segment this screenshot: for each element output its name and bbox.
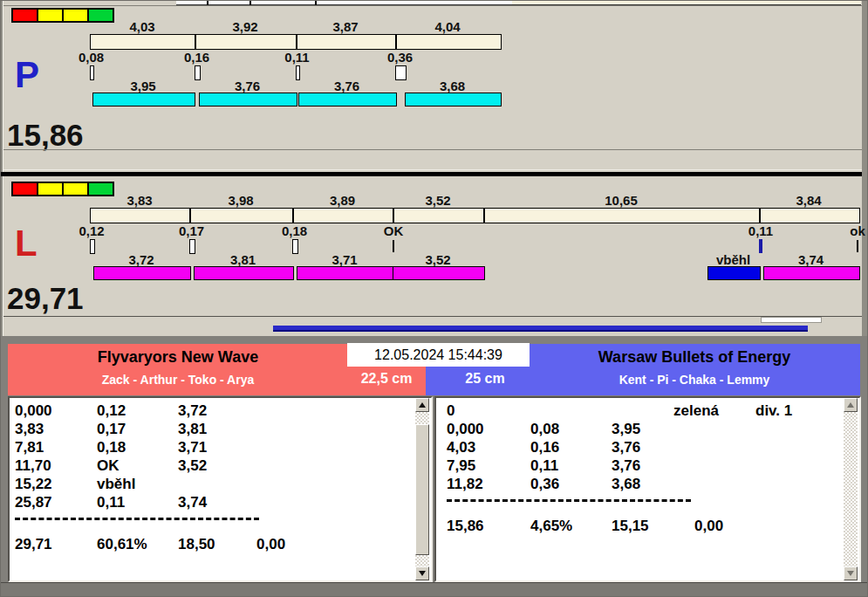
table-cell: 7,95 — [447, 457, 475, 475]
run-bar — [93, 266, 191, 280]
traffic-light-2 — [64, 183, 87, 195]
table-cell: 0,11 — [530, 457, 558, 475]
run-bar — [199, 93, 297, 106]
run-time-label: 3,72 — [106, 252, 176, 267]
left-jump-height: 22,5 cm — [347, 371, 426, 387]
split-divider — [292, 208, 294, 223]
split-divider — [395, 34, 397, 50]
table-cell: 18,50 — [178, 536, 215, 553]
datetime-display: 12.05.2024 15:44:39 — [347, 343, 530, 367]
scroll-down-button[interactable] — [415, 566, 429, 580]
table-cell: 0,18 — [97, 439, 126, 456]
table-cell: 0,36 — [530, 476, 559, 493]
traffic-light-2 — [64, 10, 87, 21]
right-jump-height: 25 cm — [446, 371, 524, 387]
table-cell: 0,16 — [530, 439, 559, 456]
changeover-tick — [292, 239, 298, 254]
flyball-timing-window: 4,033,923,874,040,080,160,110,363,953,76… — [0, 0, 868, 597]
table-cell: 7,81 — [15, 439, 44, 456]
top-edge-line — [1, 5, 868, 6]
left-team-name: Flyvaryors New Wave — [8, 348, 348, 367]
right-scrollbar[interactable] — [844, 398, 858, 580]
scroll-up-button[interactable] — [415, 398, 429, 412]
traffic-light-0 — [13, 10, 37, 21]
split-time-label: 3,92 — [210, 19, 280, 34]
changeover-tick — [195, 65, 201, 80]
time-marker-box — [761, 317, 822, 323]
table-cell: 11,82 — [447, 476, 483, 493]
arrow-down-icon — [419, 571, 426, 576]
table-cell: 3,72 — [178, 402, 207, 420]
table-cell: 3,83 — [15, 421, 44, 438]
changeover-label: OK — [367, 223, 420, 238]
early-run-bar — [707, 266, 761, 280]
run-time-label: vběhl — [699, 252, 769, 267]
scroll-up-button[interactable] — [844, 398, 858, 412]
changeover-tick — [90, 65, 94, 80]
split-time-label: 3,83 — [105, 193, 174, 208]
table-cell: 15,86 — [447, 518, 484, 535]
table-cell: 0,08 — [530, 421, 559, 438]
table-cell: 3,81 — [178, 421, 207, 438]
changeover-tick-early — [759, 239, 762, 253]
bottom-status-strip — [1, 582, 868, 597]
table-cell: vběhl — [97, 476, 135, 493]
split-divider — [296, 34, 297, 50]
race-progress-bar — [273, 326, 808, 332]
table-cell: 4,65% — [530, 518, 572, 535]
changeover-label: 0,08 — [65, 50, 118, 65]
split-time-label: 4,03 — [107, 19, 177, 34]
start-lights — [11, 8, 114, 23]
run-bar — [763, 266, 860, 280]
table-cell: 0,000 — [447, 421, 484, 438]
table-cell: zelená — [673, 402, 719, 420]
table-cell: 0 — [447, 402, 455, 420]
strip-line — [3, 169, 862, 170]
run-time-label: 3,74 — [776, 252, 846, 267]
changeover-label: 0,11 — [735, 223, 787, 238]
run-time-label: 3,76 — [312, 79, 382, 93]
changeover-label: 0,36 — [374, 50, 427, 65]
run-bar — [92, 93, 195, 106]
changeover-tick — [296, 65, 300, 80]
split-divider — [195, 34, 196, 50]
lane-divider — [1, 172, 862, 176]
traffic-light-1 — [38, 10, 62, 21]
table-separator — [15, 518, 259, 520]
table-cell: 15,15 — [612, 518, 649, 535]
table-cell: 3,95 — [612, 421, 640, 438]
table-cell: 0,11 — [97, 494, 125, 511]
table-cell: 3,76 — [612, 439, 640, 456]
table-cell: 0,000 — [15, 402, 52, 420]
run-time-label: 3,52 — [403, 252, 473, 267]
run-time-label: 3,81 — [208, 252, 278, 267]
arrow-up-icon — [847, 402, 854, 408]
start-lights — [11, 182, 114, 196]
run-bar — [194, 266, 294, 280]
split-time-label: 3,52 — [403, 193, 473, 208]
run-bar — [393, 266, 485, 280]
table-cell: OK — [97, 457, 120, 475]
table-cell: 3,68 — [612, 476, 640, 493]
changeover-tick — [857, 240, 858, 252]
table-cell: 25,87 — [15, 494, 52, 511]
split-time-label: 3,89 — [308, 193, 378, 208]
changeover-label: 0,18 — [269, 223, 321, 238]
left-results-panel: 0,0000,123,723,830,173,817,810,183,7111,… — [8, 396, 433, 582]
lane-total-time: 29,71 — [7, 283, 84, 313]
table-cell: 29,71 — [15, 536, 52, 553]
traffic-light-1 — [38, 183, 62, 195]
scrollbar-thumb[interactable] — [415, 424, 429, 555]
changeover-tick — [90, 239, 95, 254]
split-divider — [393, 208, 394, 223]
run-time-label: 3,76 — [213, 79, 283, 93]
scroll-down-button[interactable] — [844, 566, 858, 580]
lane-p: 4,033,923,874,040,080,160,110,363,953,76… — [1, 8, 868, 152]
changeover-tick — [395, 65, 407, 80]
left-scrollbar[interactable] — [415, 398, 429, 580]
table-cell: 0,17 — [97, 421, 126, 438]
split-bar — [90, 208, 860, 223]
table-cell: 0,00 — [694, 518, 723, 535]
lane-l-bottom-line — [3, 316, 862, 317]
table-cell: 15,22 — [15, 476, 52, 493]
